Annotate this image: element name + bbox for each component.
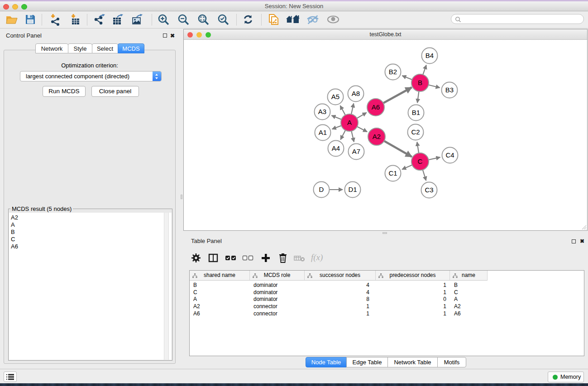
close-panel-icon[interactable]: ✖ [170,33,175,38]
column-header-predecessor-nodes[interactable]: predecessor nodes [376,271,450,281]
table-row[interactable]: Bdominator41B [190,282,584,289]
resize-handle-icon[interactable] [581,224,587,230]
table-cell: A6 [450,310,488,318]
unselect-all-icon[interactable] [242,253,256,266]
select-stepper-icon [153,71,161,81]
import-network-icon[interactable] [49,13,62,26]
zoom-selected-icon[interactable] [217,13,229,26]
main-toolbar [0,12,588,29]
graph-node-label: B4 [425,52,434,59]
search-input[interactable] [463,15,581,23]
close-panel-icon[interactable]: ✖ [580,238,584,244]
function-builder-icon: f(x) [311,253,325,266]
minimize-window-button[interactable] [12,4,18,10]
home-icon[interactable] [286,13,299,26]
zoom-in-icon[interactable] [157,13,170,26]
scrollbar-track[interactable] [164,213,169,360]
table-cell: A6 [190,310,250,318]
minimize-window-button[interactable] [196,32,202,38]
show-eye-icon[interactable] [326,13,339,26]
zoom-window-button[interactable] [206,32,211,38]
graph-node-label: C2 [411,128,420,136]
mcds-result-item[interactable]: A6 [9,243,172,250]
column-header-MCDS-role[interactable]: MCDS role [250,271,305,281]
mcds-result-item[interactable]: C [9,236,172,243]
export-image-icon[interactable] [131,13,144,26]
optimization-criterion-label: Optimization criterion: [4,62,175,69]
save-session-icon[interactable] [24,13,37,26]
mcds-result-box: MCDS result (5 nodes) A2ABCA6 [8,209,172,361]
table-row[interactable]: A6connector11A6 [190,310,584,318]
table-cell: 1 [376,303,450,310]
table-settings-icon[interactable] [191,253,204,266]
table-panel-title: Table Panel [191,238,222,244]
close-window-button[interactable] [3,4,9,10]
tab-network-table[interactable]: Network Table [387,357,438,367]
add-column-icon[interactable] [260,253,274,266]
task-history-button[interactable] [4,372,17,382]
mcds-result-list: A2ABCA6 [9,213,172,360]
table-cell: A [450,296,488,303]
tab-edge-table[interactable]: Edge Table [346,357,388,367]
float-panel-icon[interactable] [572,239,576,243]
table-row[interactable]: Cdominator41C [190,289,584,296]
memory-button[interactable]: Memory [548,372,584,382]
tab-select[interactable]: Select [92,43,118,53]
column-header-label: predecessor nodes [389,272,435,278]
network-window-titlebar: testGlobe.txt [184,29,587,40]
zoom-fit-icon[interactable] [197,13,210,26]
column-header-label: shared name [204,272,235,278]
zoom-out-icon[interactable] [177,13,190,26]
table-row[interactable]: Adominator80A [190,296,584,303]
graph-node-label: A [347,119,352,126]
control-panel: Control Panel ✖ NetworkStyleSelectMCDS O… [0,29,177,365]
mcds-panel: Optimization criterion: largest connecte… [4,50,176,364]
tab-motifs[interactable]: Motifs [437,357,466,367]
table-cell: connector [250,310,305,318]
table-cell: 1 [376,289,450,296]
float-panel-icon[interactable] [163,33,167,38]
table-row[interactable]: A2connector11A2 [190,303,584,310]
open-file-icon[interactable] [5,13,18,26]
split-divider-handle[interactable] [181,195,182,199]
export-network-icon[interactable] [93,13,106,26]
network-graph-canvas[interactable]: B4B2BB3A5A8A6B1A3AC2A1A2A4A7CC4C1C3DD1 [184,40,587,230]
refresh-network-icon[interactable] [242,13,254,26]
table-panel: Table Panel ✖ f(x) shared nameMCDS roles… [183,236,588,369]
split-columns-icon[interactable] [208,253,221,266]
tab-style[interactable]: Style [68,43,92,53]
list-icon [6,374,14,381]
close-panel-button[interactable]: Close panel [91,86,139,97]
import-table-icon[interactable] [69,13,82,26]
hide-glasses-icon[interactable] [306,13,319,26]
column-header-name[interactable]: name [450,271,488,281]
mcds-result-item[interactable]: A [9,221,172,229]
tab-mcds[interactable]: MCDS [118,43,144,53]
search-box[interactable] [451,14,584,24]
graph-node-label: C1 [388,169,397,177]
graph-node-label: A7 [352,148,360,155]
mcds-result-item[interactable]: A2 [9,214,172,221]
table-cell: B [190,282,250,289]
export-table-icon[interactable] [112,13,124,26]
column-header-successor-nodes[interactable]: successor nodes [305,271,376,281]
column-header-shared-name[interactable]: shared name [190,271,250,281]
delete-column-icon[interactable] [277,253,291,266]
network-view-window: testGlobe.txt B4B2BB3A5A8A6B1A3AC2A1A2A4… [183,29,588,231]
optimization-criterion-select[interactable]: largest connected component (directed) [20,71,162,81]
node-table: shared nameMCDS rolesuccessor nodesprede… [189,270,584,356]
duplicate-network-icon[interactable] [268,13,280,26]
close-window-button[interactable] [187,32,193,38]
split-divider-handle[interactable] [382,232,387,234]
app-title: Session: New Session [0,1,588,11]
tab-node-table[interactable]: Node Table [306,357,347,367]
tab-network[interactable]: Network [35,43,68,53]
table-tabs: Node TableEdge TableNetwork TableMotifs [306,357,466,367]
mcds-result-item[interactable]: B [9,229,172,236]
run-mcds-button[interactable]: Run MCDS [43,86,86,97]
delete-table-icon [294,253,307,266]
select-all-icon[interactable] [225,253,239,266]
table-cell: A2 [190,303,250,310]
zoom-window-button[interactable] [21,4,27,10]
graph-node-label: C4 [445,151,454,159]
